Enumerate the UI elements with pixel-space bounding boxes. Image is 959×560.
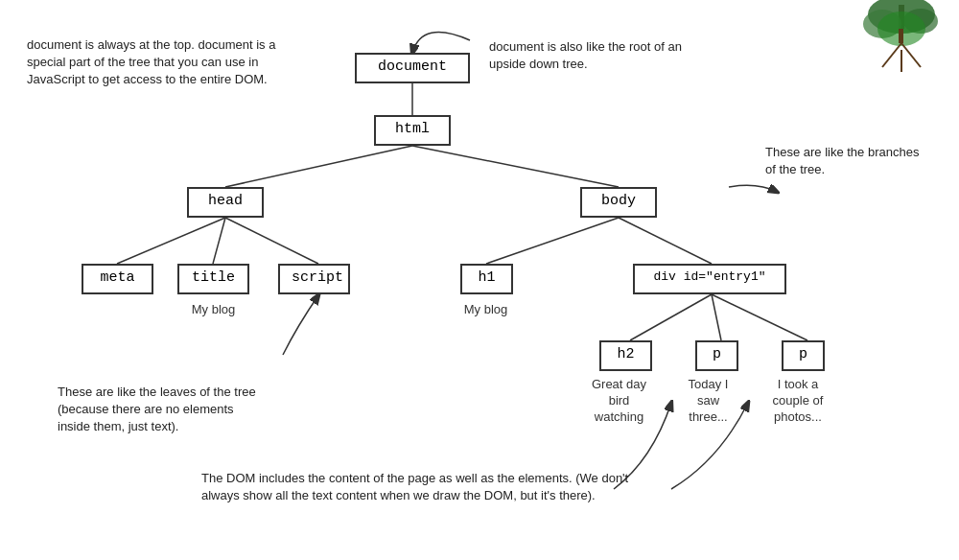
svg-line-8 bbox=[630, 294, 712, 340]
node-div: div id="entry1" bbox=[633, 264, 786, 294]
node-head: head bbox=[187, 187, 264, 218]
svg-line-9 bbox=[712, 294, 721, 340]
svg-rect-16 bbox=[899, 29, 903, 43]
h2-subtext: Great day bird watching bbox=[583, 377, 655, 426]
p1-subtext: Today I saw three... bbox=[677, 377, 739, 426]
node-h2: h2 bbox=[599, 340, 652, 371]
node-body: body bbox=[580, 187, 657, 218]
diagram-container: document html head body meta title scrip… bbox=[0, 0, 959, 560]
node-p1: p bbox=[695, 340, 738, 371]
h1-subtext: My blog bbox=[455, 302, 517, 316]
svg-line-18 bbox=[901, 43, 921, 67]
p2-subtext: I took a couple of photos... bbox=[764, 377, 831, 426]
node-script: script bbox=[278, 264, 350, 294]
svg-line-2 bbox=[412, 146, 619, 187]
annotation-leaves: These are like the leaves of the tree (b… bbox=[58, 384, 269, 436]
annotation-bottom: The DOM includes the content of the page… bbox=[201, 470, 633, 504]
svg-line-1 bbox=[225, 146, 412, 187]
svg-line-3 bbox=[117, 218, 225, 264]
svg-line-7 bbox=[619, 218, 712, 264]
svg-line-17 bbox=[882, 43, 901, 67]
node-document: document bbox=[355, 53, 470, 83]
title-subtext: My blog bbox=[177, 302, 249, 316]
svg-line-5 bbox=[225, 218, 318, 264]
node-title: title bbox=[177, 264, 249, 294]
node-html: html bbox=[374, 115, 451, 146]
upside-down-tree bbox=[854, 0, 949, 77]
annotation-top-left: document is always at the top. document … bbox=[27, 36, 295, 89]
node-meta: meta bbox=[82, 264, 153, 294]
svg-line-10 bbox=[712, 294, 807, 340]
svg-line-6 bbox=[486, 218, 619, 264]
svg-line-4 bbox=[213, 218, 225, 264]
node-p2: p bbox=[782, 340, 825, 371]
annotation-branches: These are like the branches of the tree. bbox=[765, 144, 924, 178]
node-h1: h1 bbox=[460, 264, 513, 294]
annotation-top-right: document is also like the root of an ups… bbox=[489, 38, 700, 73]
